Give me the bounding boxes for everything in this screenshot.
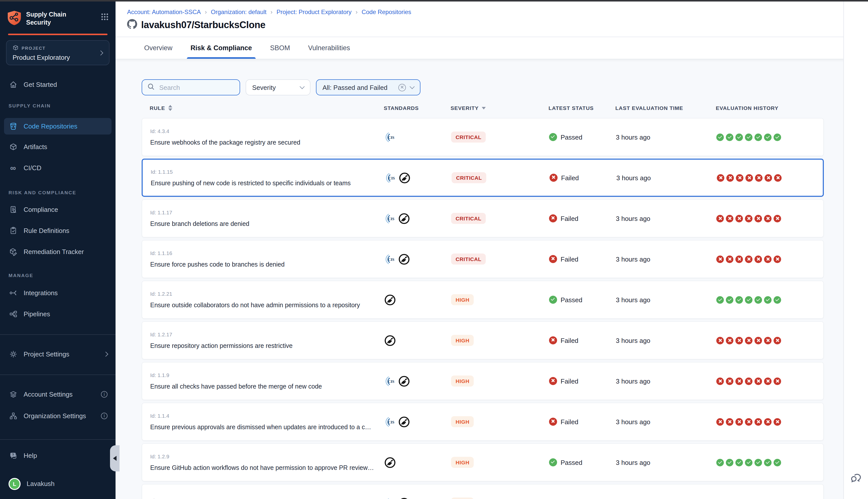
history-fail-icon xyxy=(736,174,744,182)
last-evaluation-time: 3 hours ago xyxy=(613,215,714,222)
breadcrumb-project-link[interactable]: Project: Product Exploratory xyxy=(277,9,352,15)
history-fail-icon xyxy=(774,255,781,263)
right-rail xyxy=(843,1,868,499)
history-pass-icon xyxy=(764,296,772,303)
tab-overview[interactable]: Overview xyxy=(144,37,172,59)
sidebar-item-rule-definitions[interactable]: Rule Definitions xyxy=(0,224,116,238)
status-filter-select[interactable]: All: Passed and Failed xyxy=(316,79,420,95)
standards-cell: CIS xyxy=(384,416,451,427)
compliance-document-icon xyxy=(9,205,17,214)
table-row[interactable]: Id: 1.1.16 Ensure force pushes code to b… xyxy=(142,240,824,278)
latest-status-cell: Failed xyxy=(545,214,613,222)
table-row[interactable]: Id: 1.2.17 Ensure repository action perm… xyxy=(142,321,824,360)
sidebar-item-get-started[interactable]: Get Started xyxy=(0,77,116,92)
sidebar-item-code-repositories[interactable]: Code Repositories xyxy=(4,118,111,134)
tab-vulnerabilities[interactable]: Vulnerabilities xyxy=(308,37,350,59)
history-pass-icon xyxy=(726,296,733,303)
history-fail-icon xyxy=(755,418,762,425)
tab-risk-compliance[interactable]: Risk & Compliance xyxy=(191,37,252,59)
pipelines-nodes-icon xyxy=(9,310,17,318)
project-selector[interactable]: PROJECT Product Exploratory xyxy=(6,40,109,65)
history-pass-icon xyxy=(735,459,743,466)
breadcrumb-account-link[interactable]: Account: Automation-SSCA xyxy=(127,9,201,15)
status-passed-icon xyxy=(549,296,557,304)
org-gear-icon xyxy=(9,412,17,420)
infinity-icon: ∞ xyxy=(9,165,17,171)
sidebar-item-project-settings[interactable]: Project Settings xyxy=(0,347,116,361)
section-label-risk-compliance: RISK AND COMPLIANCE xyxy=(0,190,116,196)
rule-id: Id: 1.1.4 xyxy=(150,413,374,419)
chat-bubbles-icon[interactable] xyxy=(849,471,863,486)
history-pass-icon xyxy=(735,296,743,303)
sort-icon[interactable] xyxy=(168,105,172,111)
sidebar-collapse-handle[interactable] xyxy=(110,445,120,471)
severity-badge: HIGH xyxy=(451,335,474,346)
cis-standard-icon: CIS xyxy=(384,497,396,499)
last-evaluation-time: 3 hours ago xyxy=(613,337,714,344)
info-icon[interactable] xyxy=(101,391,108,398)
evaluation-history xyxy=(714,133,823,141)
table-row[interactable]: Id: 1.2.9 Ensure GitHub action workflows… xyxy=(142,443,824,482)
history-fail-icon xyxy=(726,174,734,182)
search-input[interactable] xyxy=(158,83,234,92)
column-header-rule[interactable]: RULE xyxy=(150,105,384,111)
sidebar-item-label: Artifacts xyxy=(24,143,47,150)
history-fail-icon xyxy=(745,418,752,425)
clear-filter-icon[interactable] xyxy=(398,84,406,91)
section-label-manage: MANAGE xyxy=(0,272,116,278)
history-fail-icon xyxy=(716,255,724,263)
info-icon[interactable] xyxy=(101,413,108,419)
rule-id: Id: 1.1.5 xyxy=(150,498,374,499)
table-row[interactable]: Id: 1.1.17 Ensure branch deletions are d… xyxy=(142,199,824,238)
column-header-severity[interactable]: SEVERITY xyxy=(450,105,545,111)
search-icon xyxy=(147,83,155,92)
status-failed-icon xyxy=(549,336,557,344)
sidebar-item-help[interactable]: ? Help xyxy=(0,449,116,463)
status-failed-icon xyxy=(549,377,557,385)
severity-filter-select[interactable]: Severity xyxy=(246,79,311,95)
status-label: Failed xyxy=(560,255,578,263)
cis-standard-icon: CIS xyxy=(385,172,396,183)
status-label: Passed xyxy=(560,296,582,303)
sidebar-item-pipelines[interactable]: Pipelines xyxy=(0,307,116,321)
section-label-supply-chain: SUPPLY CHAIN xyxy=(0,103,116,109)
apps-grid-icon[interactable] xyxy=(101,13,108,23)
rules-table-body: Id: 4.3.4 Ensure webhooks of the package… xyxy=(142,118,824,499)
breadcrumb-organization-link[interactable]: Organization: default xyxy=(211,9,267,15)
table-row[interactable]: Id: 1.1.4 Ensure previous approvals are … xyxy=(142,403,824,441)
table-row[interactable]: Id: 4.3.4 Ensure webhooks of the package… xyxy=(142,118,824,156)
standards-cell xyxy=(384,294,451,305)
table-row[interactable]: Id: 1.1.5 CIS HIGH Failed 3 hours ago xyxy=(142,484,824,499)
sidebar-item-account-settings[interactable]: Account Settings xyxy=(0,387,116,401)
search-box[interactable] xyxy=(142,79,240,95)
history-fail-icon xyxy=(764,215,772,222)
standards-cell: CIS xyxy=(384,212,451,224)
sidebar-item-remediation-tracker[interactable]: Remediation Tracker xyxy=(0,245,116,259)
sidebar-item-organization-settings[interactable]: Organization Settings xyxy=(0,409,116,423)
history-pass-icon xyxy=(716,296,724,303)
sidebar-item-cicd[interactable]: ∞ CI/CD xyxy=(0,161,116,175)
standards-cell xyxy=(384,334,451,346)
status-failed-icon xyxy=(549,255,557,263)
breadcrumb-code-repositories-link[interactable]: Code Repositories xyxy=(362,9,411,15)
breadcrumb-separator: › xyxy=(201,9,211,15)
sidebar-item-integrations[interactable]: Integrations xyxy=(0,286,116,300)
sidebar-item-label: Code Repositories xyxy=(24,122,77,130)
sidebar-item-compliance[interactable]: Compliance xyxy=(0,203,116,217)
table-row[interactable]: Id: 1.1.15 Ensure pushing of new code is… xyxy=(142,159,824,197)
table-row[interactable]: Id: 1.1.9 Ensure all checks have passed … xyxy=(142,362,824,400)
history-pass-icon xyxy=(774,296,781,303)
table-row[interactable]: Id: 1.2.21 Ensure outside collaborators … xyxy=(142,281,824,319)
tab-sbom[interactable]: SBOM xyxy=(270,37,290,59)
history-fail-icon xyxy=(735,255,743,263)
severity-badge: HIGH xyxy=(451,457,474,468)
project-cube-icon xyxy=(13,45,19,51)
code-repository-icon xyxy=(9,122,17,130)
owasp-standard-icon xyxy=(384,334,396,346)
latest-status-cell: Failed xyxy=(545,418,613,426)
owasp-standard-icon xyxy=(384,457,396,468)
severity-badge: HIGH xyxy=(451,498,474,499)
sidebar-item-artifacts[interactable]: Artifacts xyxy=(0,140,116,154)
rule-name: Ensure pushing of new code is restricted… xyxy=(151,180,375,187)
sidebar-item-user[interactable]: L Lavakush xyxy=(0,477,116,491)
